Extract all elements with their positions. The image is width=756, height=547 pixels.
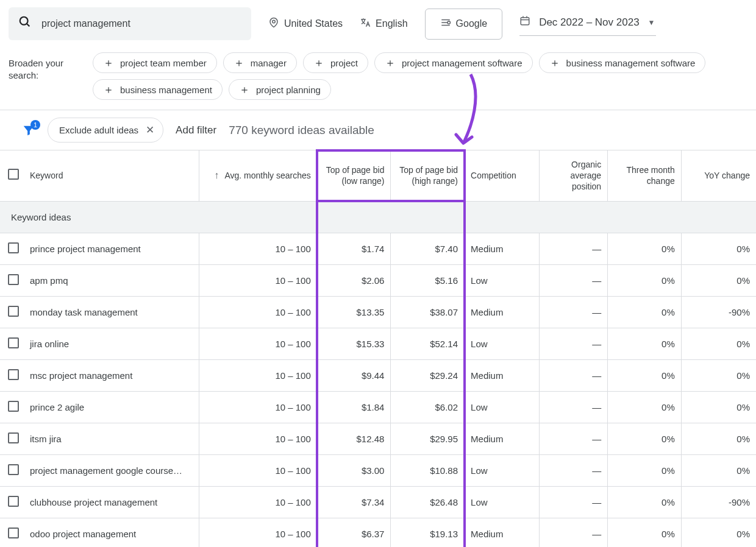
cell-competition: Low: [465, 391, 540, 423]
cell-yoy: 0%: [681, 328, 756, 359]
broaden-chip[interactable]: ＋business management: [93, 79, 223, 100]
cell-keyword[interactable]: msc project management: [27, 359, 199, 391]
cell-bid-high: $26.48: [391, 486, 465, 518]
row-checkbox[interactable]: [8, 432, 19, 443]
cell-yoy: 0%: [681, 359, 756, 391]
cell-competition: Medium: [465, 233, 540, 264]
svg-line-1: [27, 24, 30, 27]
cell-organic: —: [539, 423, 607, 454]
cell-keyword[interactable]: apm pmq: [27, 264, 199, 296]
cell-three-month: 0%: [608, 391, 682, 423]
row-checkbox[interactable]: [8, 528, 19, 538]
row-checkbox[interactable]: [8, 464, 19, 475]
cell-keyword[interactable]: odoo project management: [27, 518, 199, 547]
broaden-label: Broaden your search:: [9, 52, 76, 82]
chip-label: project management software: [402, 58, 522, 68]
cell-organic: —: [539, 328, 607, 359]
location-label: United States: [284, 18, 343, 29]
cell-three-month: 0%: [608, 518, 682, 547]
language-selector[interactable]: English: [360, 17, 407, 31]
chip-label: project planning: [256, 85, 321, 95]
cell-bid-high: $10.88: [391, 454, 465, 486]
source-selector[interactable]: Google: [425, 9, 503, 40]
cell-searches: 10 – 100: [199, 264, 317, 296]
cell-searches: 10 – 100: [199, 518, 317, 547]
cell-competition: Medium: [465, 423, 540, 454]
broaden-chip[interactable]: ＋project team member: [93, 52, 217, 73]
plus-icon: ＋: [549, 57, 560, 68]
table-row: jira online10 – 100$15.33$52.14Low—0%0%: [0, 328, 756, 359]
row-checkbox[interactable]: [8, 496, 19, 507]
row-checkbox[interactable]: [8, 337, 19, 348]
cell-three-month: 0%: [608, 264, 682, 296]
active-filter-chip[interactable]: Exclude adult ideas ✕: [48, 118, 163, 143]
cell-bid-low: $6.37: [317, 518, 391, 547]
col-searches-header[interactable]: ↑ Avg. monthly searches: [199, 150, 317, 202]
plus-icon: ＋: [103, 84, 114, 95]
cell-competition: Low: [465, 264, 540, 296]
col-three-month-header[interactable]: Three month change: [608, 150, 682, 202]
cell-three-month: 0%: [608, 454, 682, 486]
col-bid-high-header[interactable]: Top of page bid (high range): [391, 150, 465, 202]
cell-bid-high: $19.13: [391, 518, 465, 547]
col-keyword-header[interactable]: Keyword: [27, 150, 199, 202]
col-yoy-header[interactable]: YoY change: [681, 150, 756, 202]
row-checkbox[interactable]: [8, 401, 19, 412]
date-range-selector[interactable]: Dec 2022 – Nov 2023 ▼: [519, 12, 656, 36]
sort-arrow-icon: ↑: [210, 170, 223, 180]
cell-competition: Medium: [465, 518, 540, 547]
cell-organic: —: [539, 486, 607, 518]
search-box[interactable]: [9, 7, 251, 40]
cell-keyword[interactable]: prince project management: [27, 233, 199, 264]
table-row: itsm jira10 – 100$12.48$29.95Medium—0%0%: [0, 423, 756, 454]
broaden-chip[interactable]: ＋manager: [223, 52, 297, 73]
cell-keyword[interactable]: project management google course…: [27, 454, 199, 486]
svg-point-0: [20, 17, 28, 25]
search-icon: [18, 15, 32, 32]
cell-three-month: 0%: [608, 359, 682, 391]
row-checkbox[interactable]: [8, 306, 19, 317]
chevron-down-icon: ▼: [648, 18, 655, 27]
search-input[interactable]: [40, 18, 241, 30]
broaden-chip[interactable]: ＋project: [303, 52, 368, 73]
cell-keyword[interactable]: itsm jira: [27, 423, 199, 454]
cell-searches: 10 – 100: [199, 328, 317, 359]
cell-bid-high: $7.40: [391, 233, 465, 264]
cell-competition: Low: [465, 486, 540, 518]
plus-icon: ＋: [385, 57, 396, 68]
table-row: prince project management10 – 100$1.74$7…: [0, 233, 756, 264]
plus-icon: ＋: [103, 57, 114, 68]
broaden-chip[interactable]: ＋project planning: [229, 79, 331, 100]
col-competition-header[interactable]: Competition: [465, 150, 540, 202]
location-selector[interactable]: United States: [268, 17, 343, 31]
cell-organic: —: [539, 518, 607, 547]
cell-yoy: 0%: [681, 518, 756, 547]
cell-keyword[interactable]: monday task management: [27, 296, 199, 328]
broaden-chip[interactable]: ＋project management software: [374, 52, 533, 73]
table-row: monday task management10 – 100$13.35$38.…: [0, 296, 756, 328]
col-bid-low-header[interactable]: Top of page bid (low range): [317, 150, 391, 202]
close-icon[interactable]: ✕: [146, 124, 154, 136]
ideas-count-label: 770 keyword ideas available: [229, 124, 374, 137]
col-organic-header[interactable]: Organic average position: [539, 150, 607, 202]
cell-searches: 10 – 100: [199, 454, 317, 486]
date-range-label: Dec 2022 – Nov 2023: [539, 16, 639, 29]
row-checkbox[interactable]: [8, 369, 19, 380]
cell-keyword[interactable]: jira online: [27, 328, 199, 359]
cell-keyword[interactable]: clubhouse project management: [27, 486, 199, 518]
filter-icon-wrap[interactable]: 1: [22, 124, 35, 137]
cell-organic: —: [539, 391, 607, 423]
cell-keyword[interactable]: prince 2 agile: [27, 391, 199, 423]
select-all-checkbox[interactable]: [8, 169, 19, 180]
cell-competition: Medium: [465, 359, 540, 391]
add-filter-button[interactable]: Add filter: [176, 124, 216, 136]
table-row: project management google course…10 – 10…: [0, 454, 756, 486]
cell-searches: 10 – 100: [199, 423, 317, 454]
broaden-chip[interactable]: ＋business management software: [539, 52, 706, 73]
row-checkbox[interactable]: [8, 274, 19, 285]
active-filter-label: Exclude adult ideas: [59, 125, 138, 135]
cell-searches: 10 – 100: [199, 391, 317, 423]
cell-bid-low: $13.35: [317, 296, 391, 328]
cell-bid-high: $29.24: [391, 359, 465, 391]
row-checkbox[interactable]: [8, 242, 19, 253]
